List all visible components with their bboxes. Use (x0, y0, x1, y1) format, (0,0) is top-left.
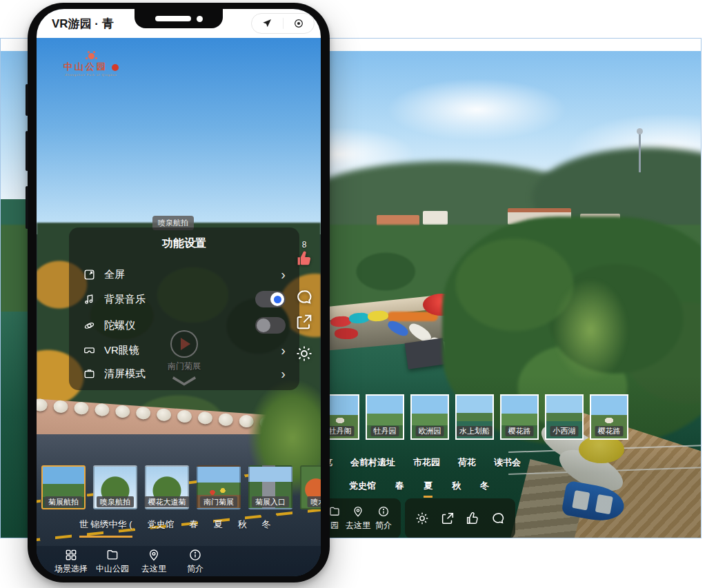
category-tab[interactable]: 会前村遗址 (350, 456, 395, 472)
category-tab[interactable]: 冬 (262, 518, 271, 538)
park-logo: 中山公园 Zhongshan Park of Qingdao (53, 53, 129, 77)
scene-thumbnail[interactable]: 南门菊展 (197, 465, 241, 509)
thumbnail-label: 牡丹阁 (326, 426, 355, 436)
nav-label: 简介 (187, 563, 203, 575)
music-icon (83, 293, 96, 306)
chevron-right-icon (281, 343, 286, 357)
pin-icon (352, 505, 364, 518)
scene-thumbnail[interactable]: 樱花路 (500, 394, 539, 440)
settings-gear-icon[interactable] (293, 344, 315, 363)
season-tab-active[interactable]: 夏 (424, 480, 432, 498)
category-tab[interactable]: 荷花 (458, 456, 476, 472)
scene-thumbnail[interactable]: 水上划船 (455, 394, 494, 440)
setting-background-music[interactable]: 背景音乐 (83, 291, 286, 307)
miniprogram-capsule (251, 13, 315, 34)
grid-icon (64, 548, 78, 562)
folder-icon (106, 548, 119, 562)
cloud (387, 79, 566, 141)
category-tab[interactable]: 党史馆 (148, 518, 175, 538)
scene-thumbnail[interactable]: 樱花路 (590, 394, 628, 440)
scene-thumbnail[interactable]: 菊展入口 (248, 465, 292, 509)
season-tab[interactable]: 春 (395, 480, 404, 498)
scene-thumbnail[interactable]: 牡丹园 (366, 394, 404, 440)
willow-tree (553, 278, 628, 382)
setting-label: 清屏模式 (104, 367, 272, 381)
desktop-nav-intro[interactable]: 简介 (375, 505, 392, 531)
thumb-up-icon[interactable] (293, 249, 315, 268)
share-icon[interactable] (440, 511, 455, 526)
scene-thumbnail[interactable]: 小西湖 (545, 394, 584, 440)
share-icon[interactable] (293, 312, 315, 332)
chevron-right-icon (281, 267, 286, 281)
comment-icon[interactable] (293, 287, 315, 307)
scene-thumbnail[interactable]: 喷水池 (300, 465, 321, 509)
phone-side-button (26, 84, 28, 116)
settings-gear-icon[interactable] (415, 511, 430, 526)
category-tab[interactable]: 春 (190, 518, 199, 538)
phone-category-tabs: 世 锦绣中华 ( 党史馆 春 夏 秋 冬 (37, 518, 321, 538)
nav-go-here[interactable]: 去这里 (135, 548, 173, 575)
gyroscope-icon (83, 319, 96, 332)
setting-fullscreen[interactable]: 全屏 (83, 267, 286, 281)
boat (335, 328, 358, 339)
setting-label: 背景音乐 (104, 293, 247, 306)
record-icon[interactable] (284, 18, 315, 29)
thumbnail-label: 小西湖 (550, 426, 579, 436)
setting-vr-glasses[interactable]: VR眼镜 (83, 343, 286, 357)
clear-screen-icon (83, 367, 96, 381)
desktop-category-tabs: 览 会前村遗址 市花园 荷花 读书会 (324, 456, 521, 472)
setting-label: 陀螺仪 (104, 319, 247, 332)
comment-icon[interactable] (490, 511, 506, 526)
nav-park[interactable]: 中山公园 (93, 548, 132, 575)
category-tab[interactable]: 读书会 (494, 456, 521, 472)
category-tab-active[interactable]: 世 锦绣中华 ( (79, 518, 132, 538)
gyroscope-toggle-off[interactable] (255, 317, 286, 334)
desktop-nav-label: 去这里 (346, 520, 370, 531)
vr-glasses-icon (83, 344, 96, 357)
phone-notch (135, 9, 223, 28)
music-toggle-on[interactable] (255, 291, 286, 307)
phone-side-button (26, 186, 28, 229)
nav-label: 去这里 (141, 563, 166, 575)
scene-thumbnail-selected[interactable]: 菊展航拍 (41, 465, 86, 509)
toggle-knob (270, 292, 284, 306)
page: 牡丹阁 牡丹园 欧洲园 水上划船 樱花路 小西湖 樱花路 览 会前村遗址 市花园… (0, 0, 716, 588)
thumbnail-label: 牡丹园 (371, 426, 399, 436)
scene-thumbnail[interactable]: 樱花大道菊 (145, 465, 189, 509)
setting-label: VR眼镜 (104, 344, 272, 357)
setting-label: 全屏 (104, 268, 272, 281)
app-title: VR游园 · 青 (37, 16, 114, 32)
phone-panorama-scene[interactable]: 中山公园 Zhongshan Park of Qingdao 喷泉航拍 南门菊展 (37, 38, 321, 576)
nav-scene-select[interactable]: 场景选择 (52, 548, 90, 575)
scene-thumbnail[interactable]: 欧洲园 (410, 394, 449, 440)
desktop-nav-label: 园 (330, 520, 339, 531)
navigate-icon[interactable] (252, 18, 283, 29)
setting-clear-screen[interactable]: 清屏模式 (83, 367, 286, 381)
thumbnail-label: 樱花路 (595, 426, 624, 436)
nav-label: 场景选择 (54, 563, 88, 575)
thumb-up-icon[interactable] (465, 511, 480, 526)
phone-bottom-nav: 场景选择 中山公园 去这里 简介 (37, 546, 321, 576)
info-icon (377, 505, 390, 518)
phone-side-button (26, 131, 28, 171)
season-tab[interactable]: 冬 (480, 480, 489, 498)
thumbnail-label: 樱花路 (506, 426, 534, 436)
scene-thumbnail[interactable]: 喷泉航拍 (93, 465, 137, 509)
setting-gyroscope[interactable]: 陀螺仪 (83, 317, 286, 334)
category-tab[interactable]: 市花园 (413, 456, 440, 472)
desktop-nav-park[interactable]: 园 (328, 505, 341, 531)
nav-intro[interactable]: 简介 (176, 548, 215, 575)
season-tab[interactable]: 秋 (452, 480, 461, 498)
thumbnail-label: 喷水池 (308, 496, 321, 507)
nav-label: 中山公园 (96, 563, 129, 575)
season-tab[interactable]: 党史馆 (349, 480, 376, 498)
chevron-right-icon (281, 367, 286, 381)
thumbnail-label: 南门菊展 (200, 496, 237, 507)
thumbnail-label: 樱花大道菊 (145, 496, 190, 507)
toggle-knob (257, 318, 270, 332)
flower-icon (88, 53, 95, 59)
desktop-nav-go-here[interactable]: 去这里 (346, 505, 370, 531)
category-tab[interactable]: 夏 (214, 518, 223, 538)
park-logo-title: 中山公园 (63, 61, 108, 72)
category-tab[interactable]: 秋 (238, 518, 247, 538)
